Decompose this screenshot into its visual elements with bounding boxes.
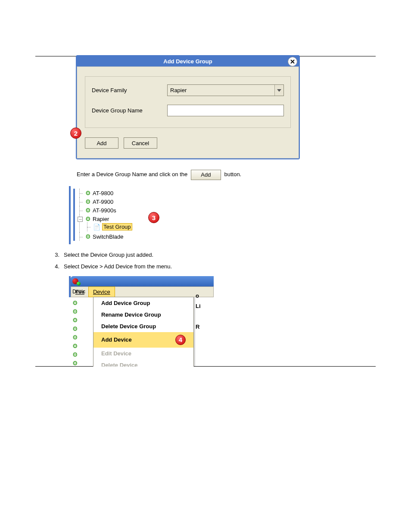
- menu-add-device[interactable]: Add Device 4: [93, 332, 193, 348]
- device-family-label: Device Family: [92, 87, 167, 93]
- tree-item[interactable]: – ⚙Rapier 📄Test Group: [84, 215, 159, 232]
- tree-item-label: AT-9900s: [93, 207, 116, 214]
- device-family-select[interactable]: Rapier: [167, 84, 284, 96]
- group-icon: ⚙: [72, 317, 78, 324]
- device-group-name-input[interactable]: [167, 105, 284, 116]
- numbered-steps: 3.Select the Device Group just added. 4.…: [52, 251, 376, 271]
- step-number: 4.: [52, 263, 59, 271]
- add-button-label: Add: [97, 140, 106, 146]
- menu-edit-device: Edit Device: [93, 348, 193, 359]
- group-icon: ⚙: [72, 299, 78, 306]
- dialog-button-row: Add Cancel: [85, 137, 291, 149]
- menu-device[interactable]: Device: [88, 286, 115, 297]
- group-icon: ⚙: [72, 360, 78, 367]
- menu-delete-device-group[interactable]: Delete Device Group: [93, 320, 193, 332]
- tree-item-label: AT-9900: [93, 199, 113, 205]
- group-icon: ⚙: [72, 342, 78, 349]
- group-icon: ⚙: [85, 190, 91, 196]
- add-device-group-dialog: Add Device Group Device Family Rapier De…: [76, 55, 300, 159]
- close-icon[interactable]: [288, 57, 297, 66]
- step-badge-4: 4: [175, 335, 186, 345]
- menu-device-label: Device: [93, 289, 110, 295]
- step-item: 4.Select Device > Add Device from the me…: [52, 263, 376, 271]
- obscured-tree: ⚙ ⚙ ⚙ ⚙ ⚙ ⚙ ⚙ ⚙ ⚙: [72, 299, 78, 367]
- group-icon: ⚙: [72, 351, 78, 358]
- instruction-paragraph: Enter a Device Group Name and click on t…: [77, 170, 376, 180]
- panel-label: Devic: [72, 289, 85, 295]
- device-group-name-label: Device Group Name: [92, 107, 167, 114]
- chevron-down-icon[interactable]: [274, 85, 283, 96]
- step-item: 3.Select the Device Group just added.: [52, 251, 376, 259]
- tree-item[interactable]: ⚙AT-9900: [84, 197, 159, 206]
- group-icon: ⚙: [85, 207, 91, 214]
- tree-item[interactable]: ⚙AT-9900s: [84, 206, 159, 215]
- tree-item[interactable]: ⚙SwitchBlade: [84, 232, 159, 241]
- device-family-value: Rapier: [168, 87, 189, 93]
- menu-add-device-group[interactable]: Add Device Group: [93, 297, 193, 309]
- group-icon: ⚙: [72, 325, 78, 332]
- tree-item-label: Rapier: [93, 216, 109, 222]
- device-tree: 3 ⚙AT-9800 ⚙AT-9900 ⚙AT-9900s – ⚙Rapier …: [69, 186, 160, 244]
- tree-item-label: AT-9800: [93, 190, 113, 196]
- cancel-button-label: Cancel: [132, 140, 149, 146]
- collapse-toggle-icon[interactable]: –: [78, 217, 83, 222]
- tree-item-label: SwitchBlade: [93, 233, 124, 240]
- application-window: o Li R File Device Devic ⚙ ⚙ ⚙ ⚙ ⚙ ⚙ ⚙ ⚙: [69, 276, 214, 297]
- dialog-title: Add Device Group: [77, 56, 299, 66]
- page-bottom-rule: [35, 366, 376, 367]
- step-text: Select the Device Group just added.: [64, 251, 153, 259]
- step-badge-2: 2: [70, 128, 81, 139]
- group-icon: ⚙: [85, 198, 91, 205]
- tree-item[interactable]: 📄Test Group: [91, 222, 159, 231]
- step-text: Select Device > Add Device from the menu…: [64, 263, 172, 271]
- inline-add-button[interactable]: Add: [191, 170, 221, 180]
- group-icon: ⚙: [72, 334, 78, 341]
- menu-delete-device: Delete Device: [93, 359, 193, 367]
- tree-item-label-selected: Test Group: [102, 223, 132, 230]
- group-icon: ⚙: [85, 233, 91, 240]
- document-icon: 📄: [93, 224, 100, 230]
- device-menu-dropdown: Add Device Group Rename Device Group Del…: [93, 297, 194, 367]
- dialog-body: Device Family Rapier Device Group Name A…: [77, 66, 299, 159]
- device-family-row: Device Family Rapier: [92, 84, 284, 96]
- group-icon: ⚙: [85, 215, 91, 222]
- step-number: 3.: [52, 251, 59, 259]
- device-group-name-row: Device Group Name: [92, 105, 284, 116]
- add-button[interactable]: Add: [85, 137, 118, 149]
- app-logo-icon: [72, 278, 78, 284]
- app-titlebar: [71, 276, 214, 286]
- inline-add-button-label: Add: [201, 171, 211, 179]
- cancel-button[interactable]: Cancel: [124, 137, 157, 149]
- dialog-fieldset: Device Family Rapier Device Group Name: [85, 76, 291, 128]
- tree-item[interactable]: ⚙AT-9800: [84, 189, 159, 197]
- menu-add-device-label: Add Device: [101, 336, 132, 343]
- menu-rename-device-group[interactable]: Rename Device Group: [93, 309, 193, 320]
- group-icon: ⚙: [72, 308, 78, 315]
